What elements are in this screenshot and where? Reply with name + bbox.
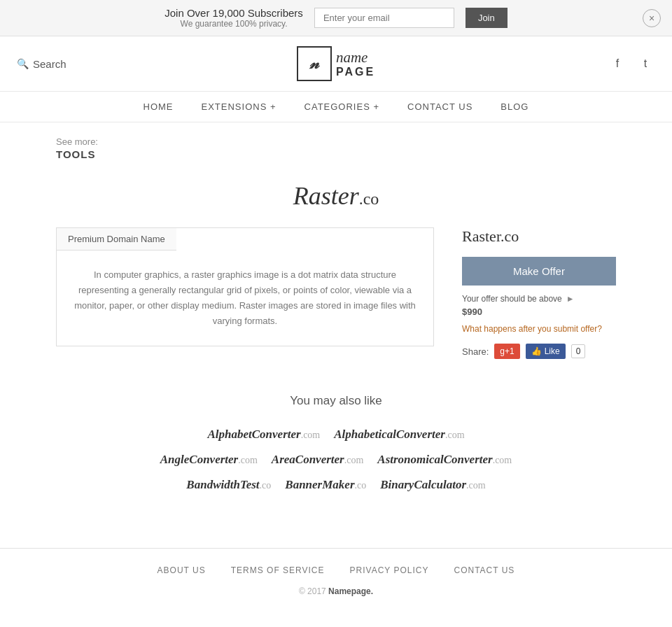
header: 🔍 Search 𝓃 name PAGE f t — [0, 36, 672, 92]
domain-name-display: Raster.co — [462, 227, 616, 246]
email-input[interactable] — [314, 8, 454, 28]
footer-copyright: © 2017 Namepage. — [0, 586, 672, 596]
make-offer-button[interactable]: Make Offer — [462, 257, 616, 286]
logo[interactable]: 𝓃 name PAGE — [297, 46, 375, 81]
main-content: See more: TOOLS Raster.co Premium Domain… — [0, 122, 672, 520]
footer-privacy[interactable]: PRIVACY POLICY — [350, 565, 429, 575]
footer-brand: Namepage. — [328, 586, 373, 596]
facebook-like-button[interactable]: 👍 Like — [526, 344, 566, 359]
top-banner: Join Over 19,000 Subscribers We guarante… — [0, 0, 672, 36]
banner-title: Join Over 19,000 Subscribers — [164, 7, 303, 19]
fb-like-label: Like — [545, 346, 560, 356]
banner-text: Join Over 19,000 Subscribers We guarante… — [164, 7, 303, 29]
domain-grid: AlphabetConverter.com AlphabeticalConver… — [56, 428, 616, 492]
nav-blog[interactable]: BLOG — [500, 101, 528, 112]
domain-row-2: AngleConverter.com AreaConverter.com Ast… — [56, 453, 616, 467]
list-item[interactable]: BannerMaker.co — [285, 478, 366, 492]
join-button[interactable]: Join — [465, 8, 507, 28]
list-item[interactable]: AngleConverter.com — [160, 453, 258, 467]
logo-text: name PAGE — [336, 50, 375, 78]
domain-row-3: BandwidthTest.co BannerMaker.co BinaryCa… — [56, 478, 616, 492]
offer-hint-text: Your offer should be above — [462, 294, 562, 304]
logo-name: name — [336, 50, 375, 66]
premium-box: Premium Domain Name In computer graphics… — [56, 227, 434, 346]
search-icon: 🔍 — [17, 58, 29, 69]
footer-links: ABOUT US TERMS OF SERVICE PRIVACY POLICY… — [0, 565, 672, 575]
search-label: Search — [33, 58, 66, 70]
list-item[interactable]: BandwidthTest.co — [186, 478, 271, 492]
copyright-year: © 2017 — [299, 586, 326, 596]
banner-subtitle: We guarantee 100% privacy. — [164, 19, 303, 29]
footer-contact[interactable]: CONTACT US — [454, 565, 514, 575]
footer-about[interactable]: ABOUT US — [158, 565, 206, 575]
also-like-title: You may also like — [56, 394, 616, 408]
main-nav: HOME EXTENSIONS + CATEGORIES + CONTACT U… — [0, 92, 672, 122]
content-row: Premium Domain Name In computer graphics… — [56, 227, 616, 359]
right-panel: Raster.co Make Offer Your offer should b… — [462, 227, 616, 359]
fb-thumb-icon: 👍 — [531, 346, 542, 356]
also-like-section: You may also like AlphabetConverter.com … — [56, 394, 616, 492]
nav-contact[interactable]: CONTACT US — [407, 101, 472, 112]
logo-icon: 𝓃 — [309, 55, 318, 73]
nav-categories[interactable]: CATEGORIES + — [304, 101, 379, 112]
list-item[interactable]: AreaConverter.com — [272, 453, 364, 467]
premium-tab: Premium Domain Name — [57, 228, 176, 251]
search-area[interactable]: 🔍 Search — [17, 58, 101, 70]
offer-minimum: $990 — [462, 307, 616, 317]
see-more-label: See more: — [56, 136, 616, 147]
domain-row-1: AlphabetConverter.com AlphabeticalConver… — [56, 428, 616, 442]
domain-ext-part: .co — [359, 190, 379, 208]
domain-description: In computer graphics, a raster graphics … — [57, 251, 433, 346]
nav-home[interactable]: HOME — [144, 101, 174, 112]
social-icons: f t — [571, 54, 655, 73]
list-item[interactable]: AlphabetConverter.com — [207, 428, 320, 442]
offer-hint: Your offer should be above ► — [462, 294, 616, 304]
see-more-link[interactable]: TOOLS — [56, 148, 95, 160]
close-button[interactable]: × — [643, 9, 661, 27]
see-more: See more: TOOLS — [56, 136, 616, 160]
logo-bracket: 𝓃 — [297, 46, 332, 81]
footer: ABOUT US TERMS OF SERVICE PRIVACY POLICY… — [0, 548, 672, 607]
what-happens-link[interactable]: What happens after you submit offer? — [462, 324, 616, 334]
footer-terms[interactable]: TERMS OF SERVICE — [231, 565, 325, 575]
facebook-icon[interactable]: f — [608, 54, 627, 73]
share-row: Share: g+1 👍 Like 0 — [462, 344, 616, 359]
domain-name-part: Raster — [293, 182, 359, 210]
left-panel: Premium Domain Name In computer graphics… — [56, 227, 434, 346]
share-label: Share: — [462, 346, 489, 357]
list-item[interactable]: BinaryCalculator.com — [380, 478, 485, 492]
arrow-icon: ► — [566, 294, 575, 304]
list-item[interactable]: AlphabeticalConverter.com — [334, 428, 464, 442]
gplus-button[interactable]: g+1 — [494, 344, 519, 359]
nav-extensions[interactable]: EXTENSIONS + — [202, 101, 276, 112]
domain-display-title: Raster.co — [56, 181, 616, 211]
twitter-icon[interactable]: t — [636, 54, 655, 73]
list-item[interactable]: AstronomicalConverter.com — [377, 453, 512, 467]
logo-page: PAGE — [336, 66, 375, 78]
fb-count: 0 — [571, 344, 586, 358]
